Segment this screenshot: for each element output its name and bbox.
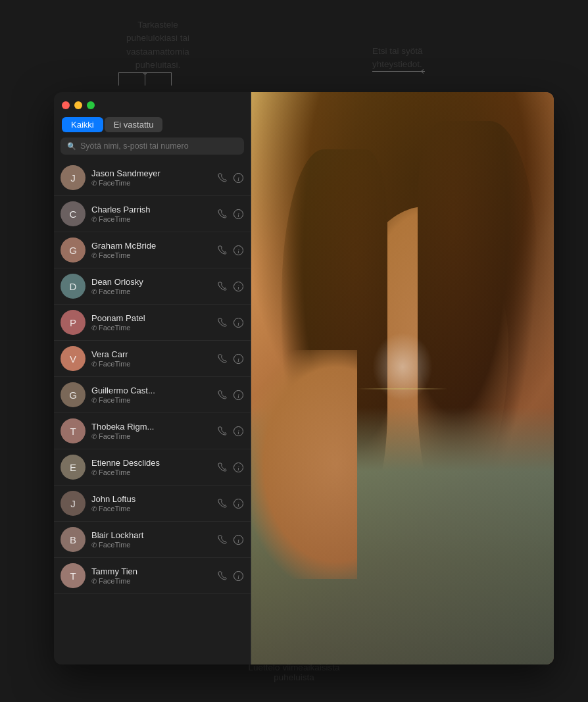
avatar: G bbox=[61, 238, 86, 263]
phone-sub-icon: ✆ bbox=[91, 216, 97, 223]
info-button[interactable]: i bbox=[233, 498, 244, 509]
contact-item-8[interactable]: T Thobeka Rigm... ✆ FaceTime i bbox=[54, 413, 251, 449]
info-button[interactable]: i bbox=[233, 281, 244, 292]
svg-text:i: i bbox=[237, 320, 239, 326]
phone-sub-icon: ✆ bbox=[91, 469, 97, 476]
call-button[interactable] bbox=[217, 281, 228, 291]
search-bar[interactable]: 🔍 bbox=[61, 138, 244, 155]
contact-item-5[interactable]: P Poonam Patel ✆ FaceTime i bbox=[54, 305, 251, 341]
phone-sub-icon: ✆ bbox=[91, 180, 97, 187]
contact-item-1[interactable]: J Jason Sandmeyer ✆ FaceTime i bbox=[54, 160, 251, 196]
call-button[interactable] bbox=[217, 570, 228, 581]
contact-sub: ✆ FaceTime bbox=[91, 577, 211, 585]
avatar: B bbox=[61, 527, 86, 552]
contact-info: Blair Lockhart ✆ FaceTime bbox=[91, 530, 211, 549]
search-arrow bbox=[421, 69, 426, 74]
contact-sub: ✆ FaceTime bbox=[91, 288, 211, 295]
maximize-button[interactable] bbox=[87, 101, 95, 109]
contact-type: FaceTime bbox=[99, 179, 131, 187]
info-button[interactable]: i bbox=[233, 245, 244, 256]
svg-text:i: i bbox=[237, 392, 239, 399]
avatar: D bbox=[61, 274, 86, 299]
phone-sub-icon: ✆ bbox=[91, 578, 97, 585]
contact-item-11[interactable]: B Blair Lockhart ✆ FaceTime i bbox=[54, 522, 251, 558]
phone-sub-icon: ✆ bbox=[91, 433, 97, 440]
call-button[interactable] bbox=[217, 172, 228, 183]
avatar: T bbox=[61, 563, 86, 588]
contact-sub: ✆ FaceTime bbox=[91, 541, 211, 549]
contact-item-9[interactable]: E Etienne Desclides ✆ FaceTime i bbox=[54, 449, 251, 486]
annotation-calls-log: Tarkastelepuhelulokiasi taivastaamattomi… bbox=[102, 18, 214, 72]
contact-info: Vera Carr ✆ FaceTime bbox=[91, 349, 211, 368]
contact-info: Dean Orlosky ✆ FaceTime bbox=[91, 277, 211, 295]
contact-type: FaceTime bbox=[99, 360, 131, 368]
left-panel: Kaikki Ei vastattu 🔍 J Jason Sandmeyer ✆… bbox=[54, 92, 251, 664]
avatar: J bbox=[61, 491, 86, 516]
svg-text:i: i bbox=[237, 284, 239, 290]
tab-all[interactable]: Kaikki bbox=[62, 117, 103, 132]
contact-item-7[interactable]: G Guillermo Cast... ✆ FaceTime i bbox=[54, 377, 251, 413]
contact-item-6[interactable]: V Vera Carr ✆ FaceTime i bbox=[54, 341, 251, 377]
call-button[interactable] bbox=[217, 317, 228, 328]
call-button[interactable] bbox=[217, 426, 228, 436]
contact-actions: i bbox=[217, 534, 244, 545]
avatar: P bbox=[61, 310, 86, 335]
call-button[interactable] bbox=[217, 353, 228, 364]
svg-text:i: i bbox=[237, 573, 239, 580]
contact-item-10[interactable]: J John Loftus ✆ FaceTime i bbox=[54, 486, 251, 522]
avatar: V bbox=[61, 346, 86, 371]
svg-text:i: i bbox=[237, 537, 239, 543]
svg-text:i: i bbox=[237, 428, 239, 435]
call-button[interactable] bbox=[217, 498, 228, 509]
phone-sub-icon: ✆ bbox=[91, 324, 97, 332]
search-input[interactable] bbox=[80, 141, 237, 151]
contact-type: FaceTime bbox=[99, 251, 131, 259]
annotation-recent-calls: Luettelo viimeaikaisistapuheluista bbox=[249, 663, 340, 682]
contact-name: Thobeka Rigm... bbox=[91, 422, 211, 432]
call-button[interactable] bbox=[217, 245, 228, 255]
contact-actions: i bbox=[217, 281, 244, 292]
contact-actions: i bbox=[217, 389, 244, 401]
contact-actions: i bbox=[217, 498, 244, 509]
contact-info: Guillermo Cast... ✆ FaceTime bbox=[91, 386, 211, 404]
center-line bbox=[145, 72, 145, 86]
contact-name: Etienne Desclides bbox=[91, 458, 211, 468]
phone-sub-icon: ✆ bbox=[91, 361, 97, 368]
contact-item-4[interactable]: D Dean Orlosky ✆ FaceTime i bbox=[54, 268, 251, 305]
contact-info: Tammy Tien ✆ FaceTime bbox=[91, 566, 211, 585]
info-button[interactable]: i bbox=[233, 462, 244, 473]
search-icon: 🔍 bbox=[67, 142, 76, 151]
contact-sub: ✆ FaceTime bbox=[91, 251, 211, 259]
minimize-button[interactable] bbox=[74, 101, 82, 109]
contact-type: FaceTime bbox=[99, 541, 131, 549]
smile-highlight bbox=[372, 332, 433, 401]
contact-item-12[interactable]: T Tammy Tien ✆ FaceTime i bbox=[54, 558, 251, 594]
contact-type: FaceTime bbox=[99, 468, 131, 476]
contact-info: Etienne Desclides ✆ FaceTime bbox=[91, 458, 211, 476]
info-button[interactable]: i bbox=[233, 317, 244, 328]
arrow-down bbox=[143, 70, 147, 75]
info-button[interactable]: i bbox=[233, 389, 244, 401]
info-button[interactable]: i bbox=[233, 353, 244, 364]
svg-text:i: i bbox=[237, 247, 239, 254]
call-button[interactable] bbox=[217, 209, 228, 219]
svg-text:i: i bbox=[237, 501, 239, 507]
info-button[interactable]: i bbox=[233, 426, 244, 437]
contact-item-3[interactable]: G Graham McBride ✆ FaceTime i bbox=[54, 232, 251, 268]
call-button[interactable] bbox=[217, 534, 228, 545]
contact-sub: ✆ FaceTime bbox=[91, 324, 211, 332]
info-button[interactable]: i bbox=[233, 172, 244, 184]
contact-name: Poonam Patel bbox=[91, 313, 211, 323]
info-button[interactable]: i bbox=[233, 534, 244, 545]
tab-missed[interactable]: Ei vastattu bbox=[105, 117, 163, 132]
info-button[interactable]: i bbox=[233, 570, 244, 582]
contact-actions: i bbox=[217, 462, 244, 473]
phone-sub-icon: ✆ bbox=[91, 252, 97, 259]
call-button[interactable] bbox=[217, 462, 228, 472]
annotation-search: Etsi tai syötäyhteystiedot. bbox=[372, 45, 471, 72]
svg-text:i: i bbox=[237, 464, 239, 471]
info-button[interactable]: i bbox=[233, 209, 244, 220]
contact-item-2[interactable]: C Charles Parrish ✆ FaceTime i bbox=[54, 196, 251, 232]
call-button[interactable] bbox=[217, 389, 228, 400]
close-button[interactable] bbox=[62, 101, 70, 109]
